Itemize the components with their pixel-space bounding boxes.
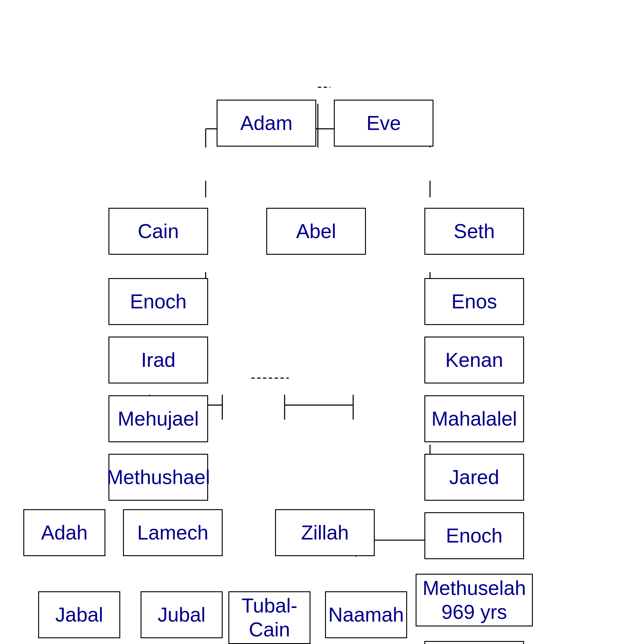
node-mahalalel: Mahalalel <box>424 395 524 442</box>
node-label-jubal: Jubal <box>158 603 206 627</box>
node-seth: Seth <box>424 208 524 255</box>
node-kenan: Kenan <box>424 337 524 383</box>
node-label-abel: Abel <box>296 219 336 243</box>
node-label-eve: Eve <box>367 111 401 135</box>
node-label-mehujael: Mehujael <box>118 407 199 431</box>
node-tubalcain: Tubal-Cain <box>228 591 310 644</box>
node-jared: Jared <box>424 454 524 501</box>
node-label-cain: Cain <box>138 219 179 243</box>
node-label-methuselah: Methuselah969 yrs <box>423 576 526 624</box>
node-label-adah: Adah <box>41 521 88 545</box>
node-label-kenan: Kenan <box>445 348 503 372</box>
node-methuselah: Methuselah969 yrs <box>416 574 533 626</box>
node-jabal: Jabal <box>38 591 120 638</box>
node-enoch_s: Enoch <box>424 512 524 559</box>
node-label-enoch_s: Enoch <box>446 524 503 548</box>
node-mehujael: Mehujael <box>108 395 208 442</box>
node-label-lamech_c: Lamech <box>137 521 208 545</box>
node-zillah: Zillah <box>275 509 375 556</box>
node-jubal: Jubal <box>141 591 223 638</box>
node-lamech_c: Lamech <box>123 509 223 556</box>
node-methushael: Methushael <box>108 454 208 501</box>
node-enos: Enos <box>424 278 524 325</box>
node-label-irad: Irad <box>141 348 176 372</box>
node-lamech_s: Lamech <box>424 641 524 644</box>
node-adah: Adah <box>23 509 105 556</box>
node-label-jabal: Jabal <box>55 603 103 627</box>
node-naamah: Naamah <box>325 591 407 638</box>
node-enoch_c: Enoch <box>108 278 208 325</box>
node-label-zillah: Zillah <box>301 521 349 545</box>
node-eve: Eve <box>334 100 433 147</box>
node-label-naamah: Naamah <box>328 603 404 627</box>
node-label-adam: Adam <box>240 111 292 135</box>
node-label-enoch_c: Enoch <box>130 290 187 314</box>
node-label-tubalcain: Tubal-Cain <box>241 594 297 642</box>
node-cain: Cain <box>108 208 208 255</box>
node-abel: Abel <box>266 208 366 255</box>
node-label-enos: Enos <box>451 290 497 314</box>
node-label-methushael: Methushael <box>107 465 210 489</box>
node-irad: Irad <box>108 337 208 383</box>
node-adam: Adam <box>217 100 316 147</box>
node-label-jared: Jared <box>449 465 499 489</box>
node-label-mahalalel: Mahalalel <box>431 407 517 431</box>
node-label-seth: Seth <box>454 219 495 243</box>
